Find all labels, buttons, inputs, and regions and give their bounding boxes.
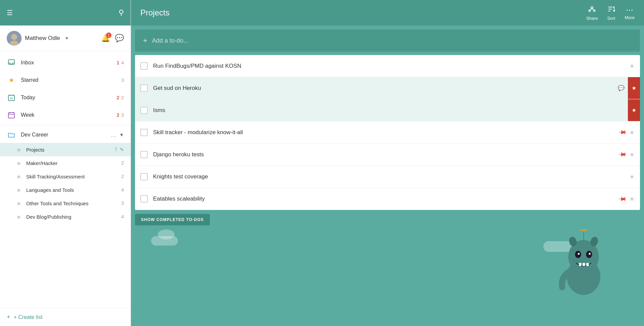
cloud-2 xyxy=(158,229,175,239)
todo-checkbox-3[interactable] xyxy=(140,107,148,114)
svg-point-1 xyxy=(11,34,17,40)
inbox-count: 4 xyxy=(121,60,124,65)
search-icon[interactable]: ⚲ xyxy=(119,8,124,17)
todo-actions-5: 📌 ★ xyxy=(619,151,635,158)
pin-icon-4[interactable]: 📌 xyxy=(618,128,627,137)
todo-actions-7: 📌 ★ xyxy=(619,195,635,203)
maker-hacker-label: Maker/Hacker xyxy=(26,160,121,166)
todo-list: Run FindBugs/PMD against KOSN ★ Get sud … xyxy=(135,55,640,210)
notification-bell[interactable]: 🔔 1 xyxy=(101,34,110,43)
create-list[interactable]: + + Create list xyxy=(0,308,131,326)
sort-action[interactable]: Sort xyxy=(607,5,615,21)
todo-star-4[interactable]: ★ xyxy=(629,129,635,136)
more-action[interactable]: ⋯ More xyxy=(625,6,635,20)
show-completed-button[interactable]: SHOW COMPLETED TO-DOS xyxy=(135,214,210,225)
svg-point-26 xyxy=(578,253,580,255)
todo-star-6[interactable]: ★ xyxy=(629,173,635,180)
week-count-red: 2 xyxy=(117,112,119,118)
list-icon-2: ≣ xyxy=(15,160,22,166)
list-icon-6: ≣ xyxy=(15,213,22,220)
sidebar-item-starred[interactable]: ★ Starred 3 xyxy=(0,71,131,89)
star-banner-2: ★ xyxy=(628,77,640,99)
todo-star-7[interactable]: ★ xyxy=(629,195,635,203)
avatar-image xyxy=(7,31,21,46)
chevron-down-icon: ▼ xyxy=(65,36,69,41)
table-row: Django heroku tests 📌 ★ xyxy=(135,144,640,166)
user-name: Matthew Odle xyxy=(25,35,60,42)
svg-point-12 xyxy=(591,7,593,9)
todo-actions-1: ★ xyxy=(629,62,635,70)
todo-text-2: Get sud on Heroku xyxy=(153,85,618,92)
skill-tracking-count: 2 xyxy=(121,174,124,179)
week-label: Week xyxy=(21,112,115,118)
chat-icon[interactable]: 💬 xyxy=(115,34,124,43)
todo-star-5[interactable]: ★ xyxy=(629,151,635,158)
today-label: Today xyxy=(21,95,115,101)
todo-text-6: Knights test coverage xyxy=(153,173,629,180)
sort-label: Sort xyxy=(607,16,615,21)
list-icon-4: ≣ xyxy=(15,186,22,193)
table-row: Knights test coverage ★ xyxy=(135,166,640,188)
svg-line-15 xyxy=(590,9,592,10)
skill-tracking-label: Skill Tracking/Assessment xyxy=(26,174,121,179)
other-tools-label: Other Tools and Techniques xyxy=(26,201,121,206)
edit-icon[interactable]: ✎ xyxy=(120,147,124,152)
inbox-icon xyxy=(7,58,16,67)
todo-checkbox-5[interactable] xyxy=(140,151,148,158)
table-row: Isms 📌 ★ xyxy=(135,99,640,121)
week-icon xyxy=(7,110,16,120)
svg-point-32 xyxy=(580,229,587,231)
show-completed: SHOW COMPLETED TO-DOS xyxy=(135,214,210,225)
sidebar-item-inbox[interactable]: Inbox 1 4 xyxy=(0,54,131,71)
hamburger-icon[interactable]: ☰ xyxy=(7,9,13,17)
sort-icon xyxy=(607,5,615,15)
user-info[interactable]: Matthew Odle ▼ xyxy=(7,31,69,46)
languages-tools-count: 4 xyxy=(121,187,124,193)
sidebar-item-skill-tracking[interactable]: ≣ Skill Tracking/Assessment 2 xyxy=(0,170,131,183)
sidebar-item-other-tools[interactable]: ≣ Other Tools and Techniques 3 xyxy=(0,197,131,210)
section-chevron-icon[interactable]: ▼ xyxy=(119,132,124,138)
section-dev-career[interactable]: Dev Career … ▼ xyxy=(0,127,131,143)
comment-icon-2[interactable]: 💬 xyxy=(618,85,625,91)
share-action[interactable]: Share xyxy=(586,5,598,21)
nav-divider xyxy=(0,125,131,125)
sidebar-item-dev-blog[interactable]: ≣ Dev Blog/Publishing 4 xyxy=(0,210,131,223)
sidebar-item-today[interactable]: 31 Today 2 2 xyxy=(0,89,131,106)
other-tools-count: 3 xyxy=(121,201,124,206)
sidebar-item-week[interactable]: Week 2 3 xyxy=(0,106,131,124)
today-count: 2 xyxy=(121,95,124,100)
add-todo-bar[interactable]: + Add a to-do... xyxy=(135,30,640,52)
todo-text-4: Skill tracker - modularize know-it-all xyxy=(153,129,619,136)
inbox-count-red: 1 xyxy=(117,60,119,65)
svg-text:31: 31 xyxy=(10,97,13,100)
pin-icon-5[interactable]: 📌 xyxy=(618,150,627,159)
todo-checkbox-6[interactable] xyxy=(140,173,148,180)
main-content: + Add a to-do... Run FindBugs/PMD agains… xyxy=(131,25,644,326)
projects-count: 7 xyxy=(114,147,117,152)
svg-point-14 xyxy=(594,10,595,11)
main-header: Projects Share xyxy=(131,0,644,25)
todo-checkbox-1[interactable] xyxy=(140,62,148,70)
notification-badge: 1 xyxy=(106,33,111,38)
list-icon: ≣ xyxy=(15,146,22,153)
pin-icon-7[interactable]: 📌 xyxy=(618,194,627,204)
sidebar-nav: Inbox 1 4 ★ Starred 3 31 Today 2 2 xyxy=(0,51,131,308)
svg-line-16 xyxy=(592,9,594,10)
table-row: Run FindBugs/PMD against KOSN ★ xyxy=(135,55,640,77)
todo-text-5: Django heroku tests xyxy=(153,151,619,158)
starred-label: Starred xyxy=(21,77,120,83)
todo-checkbox-2[interactable] xyxy=(140,85,148,92)
list-icon-5: ≣ xyxy=(15,200,22,207)
todo-checkbox-4[interactable] xyxy=(140,129,148,136)
add-todo-plus-icon: + xyxy=(143,36,147,45)
section-more-icon[interactable]: … xyxy=(110,131,117,139)
todo-star-1[interactable]: ★ xyxy=(629,62,635,70)
share-label: Share xyxy=(586,16,598,21)
section-label: Dev Career xyxy=(21,132,110,138)
monster-illustration xyxy=(550,229,617,296)
sidebar-item-projects[interactable]: ≣ Projects 7 ✎ xyxy=(0,143,131,156)
sidebar-item-maker-hacker[interactable]: ≣ Maker/Hacker 2 xyxy=(0,156,131,170)
todo-checkbox-7[interactable] xyxy=(140,195,148,203)
svg-point-13 xyxy=(589,10,591,11)
sidebar-item-languages-tools[interactable]: ≣ Languages and Tools 4 xyxy=(0,183,131,197)
